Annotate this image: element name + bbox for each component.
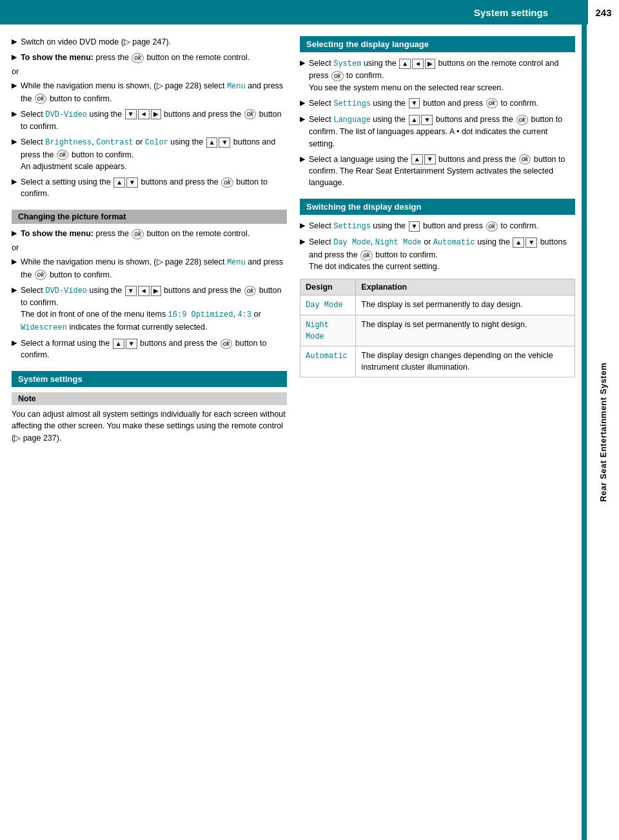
or-line: or <box>12 67 287 76</box>
display-language-heading: Selecting the display language <box>300 36 575 52</box>
bullet-item: ▶ Select Brightness, Contrast or Color u… <box>12 136 287 172</box>
bullet-text: Select System using the ▲◄▶ buttons on t… <box>309 57 575 94</box>
bullet-arrow: ▶ <box>12 338 21 361</box>
bullet-arrow: ▶ <box>300 237 309 272</box>
bullet-item: ▶ Select Settings using the ▼ button and… <box>300 97 575 110</box>
bullet-text: Select a setting using the ▲▼ buttons an… <box>21 176 287 199</box>
system-settings-heading: System settings <box>12 371 287 387</box>
bullet-arrow: ▶ <box>12 285 21 334</box>
bullet-item: ▶ Select Settings using the ▼ button and… <box>300 220 575 232</box>
bullet-arrow: ▶ <box>300 98 309 110</box>
bullet-item: ▶ To show the menu: press the ok button … <box>12 52 287 63</box>
bullet-text: Select DVD-Video using the ▼◄▶ buttons a… <box>21 108 287 133</box>
col-explanation-header: Explanation <box>356 279 575 295</box>
bullet-text: Select Brightness, Contrast or Color usi… <box>21 136 287 172</box>
bullet-text: To show the menu: press the ok button on… <box>21 52 287 63</box>
bullet-item: ▶ While the navigation menu is shown, (▷… <box>12 256 287 281</box>
bullet-text: To show the menu: press the ok button on… <box>21 228 287 239</box>
explanation-cell: The display is set permanently to night … <box>356 315 575 346</box>
bullet-arrow: ▶ <box>12 37 21 48</box>
bullet-arrow: ▶ <box>12 228 21 239</box>
bullet-item: ▶ Select System using the ▲◄▶ buttons on… <box>300 57 575 94</box>
bullet-text: While the navigation menu is shown, (▷ p… <box>21 256 287 281</box>
bullet-text: Select Day Mode, Night Mode or Automatic… <box>309 236 575 272</box>
sidebar-label-text: Rear Seat Entertainment System <box>598 363 608 502</box>
explanation-cell: The display design changes depending on … <box>356 346 575 377</box>
bullet-arrow: ▶ <box>12 257 21 281</box>
design-cell: Day Mode <box>300 295 356 315</box>
bullet-item: ▶ Select Language using the ▲▼ buttons a… <box>300 114 575 150</box>
bullet-item: ▶ Select a language using the ▲▼ buttons… <box>300 154 575 188</box>
bullet-text: Select a format using the ▲▼ buttons and… <box>21 337 287 361</box>
bullet-text: Select a language using the ▲▼ buttons a… <box>309 154 575 188</box>
table-row: Night Mode The display is set permanentl… <box>300 315 575 346</box>
bullet-arrow: ▶ <box>300 58 309 94</box>
table-row: Automatic The display design changes dep… <box>300 346 575 377</box>
left-column: ▶ Switch on video DVD mode (▷ page 247).… <box>12 36 287 834</box>
header-bar: System settings <box>0 0 587 25</box>
design-cell: Automatic <box>300 346 356 377</box>
main-content: ▶ Switch on video DVD mode (▷ page 247).… <box>0 25 582 840</box>
bullet-text: Switch on video DVD mode (▷ page 247). <box>21 36 287 48</box>
bullet-arrow: ▶ <box>12 81 21 105</box>
bullet-text: Select DVD-Video using the ▼◄▶ buttons a… <box>21 285 287 334</box>
bullet-item: ▶ Select Day Mode, Night Mode or Automat… <box>300 236 575 272</box>
design-cell: Night Mode <box>300 315 356 346</box>
bullet-arrow: ▶ <box>12 52 21 63</box>
bullet-item: ▶ To show the menu: press the ok button … <box>12 228 287 239</box>
bullet-arrow: ▶ <box>12 109 21 133</box>
bullet-item: ▶ Select DVD-Video using the ▼◄▶ buttons… <box>12 108 287 133</box>
sidebar-accent <box>582 25 587 840</box>
bullet-text: Select Language using the ▲▼ buttons and… <box>309 114 575 150</box>
note-text: You can adjust almost all system setting… <box>12 408 287 443</box>
bullet-text: Select Settings using the ▼ button and p… <box>309 220 575 232</box>
header-title: System settings <box>474 7 548 18</box>
bullet-item: ▶ Select a setting using the ▲▼ buttons … <box>12 176 287 199</box>
bullet-arrow: ▶ <box>12 177 21 199</box>
bullet-arrow: ▶ <box>12 137 21 172</box>
bullet-text: While the navigation menu is shown, (▷ p… <box>21 80 287 105</box>
note-heading: Note <box>12 392 287 405</box>
design-table: Design Explanation Day Mode The display … <box>300 279 575 377</box>
page-number: 243 <box>587 0 619 25</box>
right-column: Selecting the display language ▶ Select … <box>300 36 575 834</box>
bullet-item: ▶ Switch on video DVD mode (▷ page 247). <box>12 36 287 48</box>
picture-format-heading: Changing the picture format <box>12 210 287 224</box>
bullet-arrow: ▶ <box>300 114 309 150</box>
bullet-item: ▶ Select DVD-Video using the ▼◄▶ buttons… <box>12 285 287 334</box>
col-design-header: Design <box>300 279 356 295</box>
or-line: or <box>12 243 287 252</box>
table-row: Day Mode The display is set permanently … <box>300 295 575 315</box>
explanation-cell: The display is set permanently to day de… <box>356 295 575 315</box>
bullet-arrow: ▶ <box>300 154 309 188</box>
display-design-heading: Switching the display design <box>300 199 575 215</box>
bullet-arrow: ▶ <box>300 221 309 232</box>
bullet-item: ▶ Select a format using the ▲▼ buttons a… <box>12 337 287 361</box>
sidebar-label: Rear Seat Entertainment System <box>587 25 619 840</box>
bullet-item: ▶ While the navigation menu is shown, (▷… <box>12 80 287 105</box>
bullet-text: Select Settings using the ▼ button and p… <box>309 97 575 110</box>
